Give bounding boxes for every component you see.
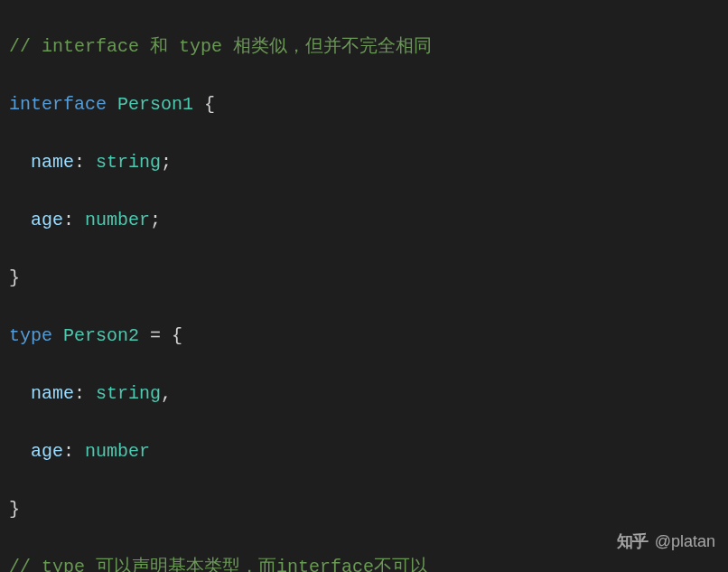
- property: name: [31, 152, 74, 173]
- watermark: 知乎 @platan: [617, 527, 715, 556]
- brace-open: {: [172, 325, 182, 346]
- code-line: // interface 和 type 相类似，但并不完全相同: [9, 33, 719, 61]
- property: name: [31, 383, 74, 404]
- keyword-type: type: [9, 325, 52, 346]
- comment: // interface 和 type 相类似，但并不完全相同: [9, 36, 432, 57]
- code-line: type Person2 = {: [9, 322, 719, 351]
- type-string: string: [96, 152, 161, 173]
- code-line: }: [9, 264, 719, 293]
- code-line: name: string,: [9, 380, 719, 408]
- brace-open: {: [204, 94, 215, 115]
- code-line: age: number: [9, 437, 719, 466]
- zhihu-icon: 知乎: [617, 527, 648, 556]
- property: age: [31, 210, 63, 230]
- code-editor[interactable]: // interface 和 type 相类似，但并不完全相同 interfac…: [0, 0, 728, 572]
- comment: // type 可以声明基本类型，而interface不可以: [9, 557, 428, 572]
- code-line: // type 可以声明基本类型，而interface不可以: [9, 553, 719, 572]
- property: age: [31, 441, 63, 462]
- code-line: interface Person1 {: [9, 90, 719, 119]
- type-number: number: [85, 210, 150, 230]
- code-line: name: string;: [9, 148, 719, 177]
- code-line: }: [9, 495, 719, 524]
- type-number: number: [85, 441, 150, 462]
- code-line: age: number;: [9, 206, 719, 235]
- brace-close: }: [9, 267, 20, 288]
- brace-close: }: [9, 499, 20, 520]
- keyword-interface: interface: [9, 94, 107, 115]
- watermark-handle: @platan: [655, 527, 715, 556]
- type-name: Person1: [117, 94, 193, 115]
- type-string: string: [96, 383, 161, 404]
- type-name: Person2: [63, 325, 139, 346]
